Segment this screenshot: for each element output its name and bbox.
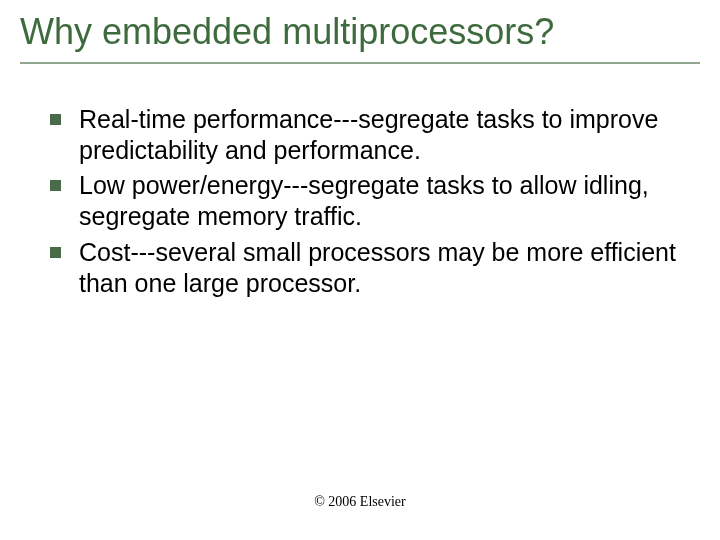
square-bullet-icon [50, 114, 61, 125]
square-bullet-icon [50, 180, 61, 191]
bullet-text: Cost---several small processors may be m… [79, 237, 680, 300]
list-item: Low power/energy---segregate tasks to al… [50, 170, 680, 233]
slide-content: Real-time performance---segregate tasks … [0, 64, 720, 300]
square-bullet-icon [50, 247, 61, 258]
bullet-list: Real-time performance---segregate tasks … [50, 104, 680, 300]
slide-container: Why embedded multiprocessors? Real-time … [0, 0, 720, 540]
list-item: Real-time performance---segregate tasks … [50, 104, 680, 167]
bullet-text: Real-time performance---segregate tasks … [79, 104, 680, 167]
slide-title: Why embedded multiprocessors? [20, 12, 700, 64]
bullet-text: Low power/energy---segregate tasks to al… [79, 170, 680, 233]
slide-footer: © 2006 Elsevier [0, 494, 720, 510]
list-item: Cost---several small processors may be m… [50, 237, 680, 300]
title-container: Why embedded multiprocessors? [0, 0, 720, 64]
